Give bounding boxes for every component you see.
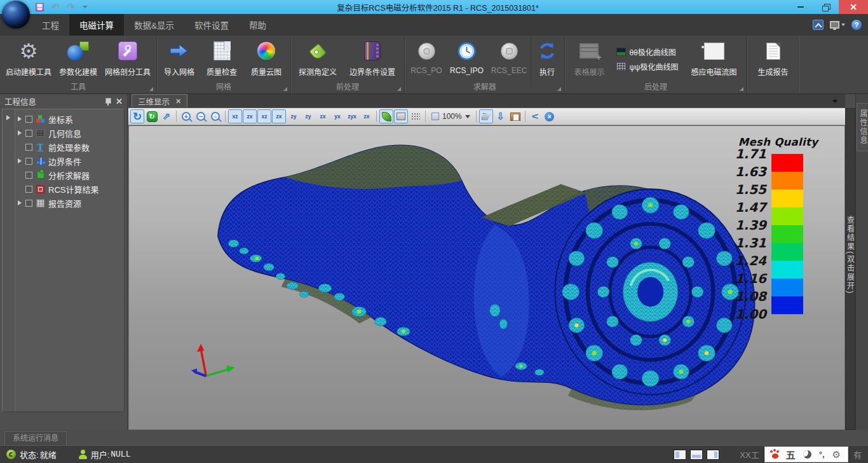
- solver-rcs-eec-button[interactable]: RCS_EEC: [487, 36, 531, 82]
- view-preset-button[interactable]: zyx: [345, 109, 359, 123]
- view-preset-button[interactable]: zy: [287, 109, 301, 123]
- group-expand-icon[interactable]: [397, 87, 401, 91]
- ime-settings-gear-icon[interactable]: ⚙: [832, 450, 841, 459]
- view-preset-button[interactable]: zy: [301, 109, 315, 123]
- tab-3d-display[interactable]: 三维显示 ✕: [132, 94, 187, 107]
- solver-rcs-po-button[interactable]: RCS_PO: [407, 36, 446, 82]
- layout-left-panel-button[interactable]: [674, 450, 686, 460]
- tab-em-computation[interactable]: 电磁计算: [69, 14, 124, 36]
- tab-data-display[interactable]: 数据&显示: [124, 14, 184, 36]
- ime-logo-paw-icon[interactable]: [772, 453, 778, 459]
- zoom-level-control[interactable]: 100%: [428, 112, 473, 121]
- tree-item-analysis-solver[interactable]: 分析求解器: [17, 168, 123, 182]
- psi-polarization-curve-button[interactable]: ψψ极化曲线图: [616, 61, 678, 72]
- mesh-partition-tool-button[interactable]: 网格剖分工具: [101, 36, 154, 82]
- group-expand-icon[interactable]: [740, 87, 743, 91]
- view-preset-button[interactable]: zx: [316, 109, 330, 123]
- table-display-button[interactable]: 表格展示: [567, 36, 611, 82]
- chevron-right-icon[interactable]: [17, 158, 23, 163]
- tree-item-coordinate-system[interactable]: 坐标系: [17, 112, 123, 126]
- minimize-button[interactable]: [788, 0, 813, 14]
- surface-display-button[interactable]: [394, 109, 408, 123]
- view-preset-button[interactable]: zx: [360, 109, 374, 123]
- 3d-canvas[interactable]: Mesh Quality 1.71 1.63 1.55 1.47 1.39 1.…: [128, 126, 845, 430]
- display-switch-button[interactable]: [830, 21, 845, 29]
- tree-checkbox[interactable]: [25, 116, 32, 123]
- generate-report-button[interactable]: 生成报告: [749, 36, 797, 82]
- panel-close-icon[interactable]: ✕: [116, 97, 123, 106]
- save-icon[interactable]: [36, 3, 44, 11]
- tree-item-boundary-conditions[interactable]: 边界条件: [17, 154, 123, 168]
- execute-button[interactable]: 执行: [531, 36, 562, 82]
- quality-cloud-button[interactable]: 质量云图: [244, 36, 288, 82]
- ribbon-group-postprocess: 表格展示 θθ极化曲线图 ψψ极化曲线图 感应电磁流图 后处理: [565, 36, 747, 93]
- chevron-right-icon[interactable]: [17, 200, 23, 205]
- tab-list-dropdown-icon[interactable]: [832, 100, 837, 103]
- help-icon[interactable]: ?: [851, 20, 862, 30]
- pan-button[interactable]: ⇗: [159, 109, 173, 123]
- tree-checkbox[interactable]: [25, 144, 32, 151]
- tree-item-preprocess-params[interactable]: T 前处理参数: [17, 140, 123, 154]
- tree-checkbox[interactable]: [25, 200, 32, 207]
- group-expand-icon[interactable]: [283, 87, 287, 91]
- view-preset-button[interactable]: zx: [272, 109, 286, 123]
- layout-bottom-panel-button[interactable]: [690, 450, 703, 460]
- pin-icon[interactable]: [105, 97, 111, 106]
- copy-view-button[interactable]: [508, 109, 522, 123]
- export-view-button[interactable]: ⇩: [494, 109, 508, 123]
- theta-polarization-curve-button[interactable]: θθ极化曲线图: [616, 46, 678, 57]
- region-select-button[interactable]: [479, 109, 493, 123]
- group-expand-icon[interactable]: [149, 87, 153, 91]
- launch-modeling-tool-button[interactable]: ⚙ 启动建模工具: [2, 36, 55, 82]
- rotate-view-button[interactable]: ↻: [130, 109, 144, 123]
- zoom-in-button[interactable]: +: [179, 109, 193, 123]
- tab-help[interactable]: 帮助: [239, 14, 276, 36]
- import-mesh-button[interactable]: 导入网格: [159, 36, 200, 82]
- undo-icon[interactable]: ↶: [51, 3, 60, 11]
- tree-checkbox[interactable]: [25, 158, 32, 165]
- app-logo[interactable]: [2, 1, 30, 29]
- tab-settings[interactable]: 软件设置: [184, 14, 239, 36]
- properties-tab[interactable]: 属性信息: [857, 103, 868, 151]
- tree-checkbox[interactable]: [25, 186, 32, 193]
- tree-item-geometry-info[interactable]: 几何信息: [17, 126, 123, 140]
- tree-checkbox[interactable]: [25, 172, 32, 179]
- ime-mode-button[interactable]: 五: [786, 448, 796, 461]
- probe-angle-button[interactable]: 探测角定义: [293, 36, 342, 82]
- wireframe-display-button[interactable]: [409, 109, 423, 123]
- tree-checkbox[interactable]: [25, 130, 32, 137]
- tab-project[interactable]: 工程: [32, 14, 69, 36]
- redo-icon[interactable]: ↷: [67, 3, 76, 11]
- system-message-tab[interactable]: 系统运行消息: [4, 431, 67, 445]
- zoom-fit-button[interactable]: ▫: [208, 109, 222, 123]
- share-view-button[interactable]: <: [528, 109, 542, 123]
- restore-button[interactable]: [813, 0, 839, 14]
- view-preset-button[interactable]: xz: [228, 109, 242, 123]
- close-button[interactable]: ✕: [839, 0, 868, 14]
- close-view-button[interactable]: ×: [543, 109, 557, 123]
- collapse-ribbon-icon[interactable]: [813, 20, 824, 30]
- tree-item-report-resources[interactable]: 报告资源: [17, 196, 123, 210]
- induced-em-current-button[interactable]: 感应电磁流图: [684, 36, 745, 82]
- parametric-modeling-button[interactable]: 参数化建模: [55, 36, 101, 82]
- chevron-right-icon[interactable]: [17, 116, 23, 121]
- tree-item-rcs-results[interactable]: RCS计算结果: [17, 182, 123, 196]
- view-preset-button[interactable]: zx: [243, 109, 257, 123]
- ime-punctuation-button[interactable]: °,: [819, 450, 825, 459]
- ime-moon-icon[interactable]: [803, 450, 811, 459]
- chevron-right-icon[interactable]: [17, 130, 23, 135]
- qat-dropdown-icon[interactable]: [83, 6, 88, 8]
- layout-right-panel-button[interactable]: [707, 450, 719, 460]
- boundary-condition-button[interactable]: 边界条件设置: [342, 36, 402, 82]
- chevron-right-icon[interactable]: [6, 115, 10, 120]
- solver-rcs-ipo-button[interactable]: RCS_IPO: [446, 36, 487, 82]
- tab-close-icon[interactable]: ✕: [175, 97, 181, 106]
- view-preset-button[interactable]: yx: [330, 109, 344, 123]
- quality-check-button[interactable]: 质量检查: [200, 36, 244, 82]
- group-expand-icon[interactable]: [557, 87, 561, 91]
- results-collapsed-panel[interactable]: 查看结果(双击展开): [845, 108, 855, 430]
- zoom-out-button[interactable]: −: [194, 109, 208, 123]
- smooth-shading-button[interactable]: [379, 109, 393, 123]
- refresh-view-button[interactable]: ↻: [145, 109, 159, 123]
- view-preset-button[interactable]: xz: [257, 109, 271, 123]
